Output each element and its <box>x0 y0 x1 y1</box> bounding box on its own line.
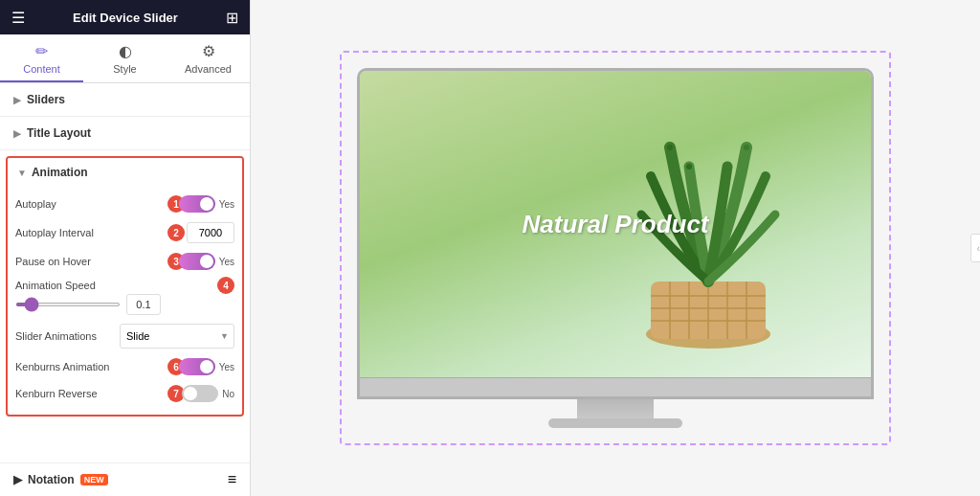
slider-animations-label: Slider Animations <box>15 330 120 342</box>
autoplay-toggle-wrap: Yes <box>177 195 234 213</box>
autoplay-interval-label: Autoplay Interval <box>15 227 187 238</box>
slider-animations-row: Slider Animations 5 Slide Fade Zoom ▼ <box>15 319 234 353</box>
style-tab-icon: ◐ <box>119 42 132 60</box>
title-layout-section-header[interactable]: ▶ Title Layout <box>0 117 250 150</box>
svg-point-12 <box>686 164 692 169</box>
kenburn-reverse-toggle[interactable] <box>182 385 218 402</box>
slider-animations-select-wrap: Slide Fade Zoom ▼ <box>120 324 234 349</box>
advanced-tab-icon: ⚙ <box>202 42 215 60</box>
sliders-label: Sliders <box>27 93 65 106</box>
slide-text: Natural Product <box>522 210 708 239</box>
kenburn-reverse-thumb <box>184 387 197 400</box>
kenburn-reverse-toggle-label: No <box>222 389 234 399</box>
panel-tabs: ✏ Content ◐ Style ⚙ Advanced <box>0 34 250 83</box>
menu-icon[interactable]: ☰ <box>11 9 25 27</box>
kenburns-toggle[interactable] <box>179 358 215 375</box>
monitor-chin <box>360 377 871 396</box>
tab-content-label: Content <box>23 63 60 75</box>
content-tab-icon: ✏ <box>35 42 48 60</box>
tab-style[interactable]: ◐ Style <box>83 34 167 82</box>
notation-list-icon[interactable]: ≡ <box>228 471 236 488</box>
title-layout-arrow: ▶ <box>13 128 21 139</box>
kenburn-reverse-row: Kenburn Reverse 7 No <box>15 380 234 407</box>
notation-label: Notation <box>28 473 75 486</box>
animation-speed-row: Animation Speed 4 0.1 <box>15 275 234 319</box>
pause-hover-label: Pause on Hover <box>15 256 177 267</box>
tab-style-label: Style <box>113 63 136 75</box>
panel-header: ☰ Edit Device Slider ⊞ <box>0 0 250 34</box>
pause-hover-toggle[interactable] <box>179 253 215 270</box>
anim-speed-label-row: Animation Speed 4 <box>15 277 234 294</box>
autoplay-toggle-label: Yes <box>219 199 234 210</box>
pause-hover-toggle-label: Yes <box>219 257 234 267</box>
kenburns-thumb <box>200 360 213 373</box>
grid-icon[interactable]: ⊞ <box>226 9 238 27</box>
animation-arrow: ▼ <box>17 168 27 178</box>
sliders-arrow: ▶ <box>13 95 21 105</box>
animation-speed-badge: 4 <box>217 277 234 294</box>
panel-title: Edit Device Slider <box>73 11 178 25</box>
animation-section: ▼ Animation Autoplay 1 Yes <box>6 156 244 417</box>
monitor-screen: Natural Product <box>360 71 871 377</box>
animation-speed-value: 0.1 <box>126 294 161 315</box>
right-area: Natural Product ‹› <box>251 0 980 496</box>
monitor-stand <box>577 399 654 428</box>
autoplay-row: Autoplay 1 Yes <box>15 191 234 217</box>
left-panel: ☰ Edit Device Slider ⊞ ✏ Content ◐ Style… <box>0 0 251 496</box>
autoplay-interval-badge: 2 <box>167 224 185 241</box>
sliders-section-header[interactable]: ▶ Sliders <box>0 83 250 117</box>
notation-new-badge: NEW <box>80 474 108 485</box>
svg-point-13 <box>724 164 730 169</box>
animation-header[interactable]: ▼ Animation <box>8 158 242 187</box>
animation-speed-label: Animation Speed <box>15 280 217 291</box>
svg-point-10 <box>667 145 673 150</box>
monitor-frame: Natural Product <box>357 68 874 399</box>
kenburn-reverse-toggle-wrap: No <box>177 385 234 402</box>
kenburns-label: Kenburns Animation <box>15 361 177 372</box>
autoplay-label: Autoplay <box>15 198 177 210</box>
plant-bg: Natural Product <box>360 71 871 377</box>
autoplay-interval-input[interactable] <box>187 222 234 243</box>
animation-label: Animation <box>32 166 88 179</box>
monitor-wrap: Natural Product ‹› <box>340 51 891 445</box>
notation-arrow: ▶ <box>13 473 22 486</box>
slider-animations-select[interactable]: Slide Fade Zoom <box>120 324 234 349</box>
autoplay-toggle[interactable] <box>179 195 215 213</box>
pause-hover-thumb <box>200 255 213 268</box>
resize-handle[interactable]: ‹› <box>970 234 980 262</box>
notation-left[interactable]: ▶ Notation NEW <box>13 473 108 486</box>
kenburns-row: Kenburns Animation 6 Yes <box>15 353 234 380</box>
tab-content[interactable]: ✏ Content <box>0 34 83 82</box>
animation-rows: Autoplay 1 Yes Autoplay Interval 2 <box>8 187 242 415</box>
autoplay-thumb <box>200 197 213 211</box>
kenburns-toggle-label: Yes <box>219 362 234 372</box>
tab-advanced[interactable]: ⚙ Advanced <box>167 34 250 82</box>
pause-hover-toggle-wrap: Yes <box>177 253 234 270</box>
animation-speed-slider[interactable] <box>15 303 121 306</box>
title-layout-label: Title Layout <box>27 126 91 140</box>
pause-hover-row: Pause on Hover 3 Yes <box>15 248 234 275</box>
kenburn-reverse-label: Kenburn Reverse <box>15 388 177 399</box>
panel-body: ▶ Sliders ▶ Title Layout ▼ Animation Aut… <box>0 83 250 462</box>
svg-point-11 <box>744 145 749 150</box>
notation-bar: ▶ Notation NEW ≡ <box>0 462 250 496</box>
kenburns-toggle-wrap: Yes <box>177 358 234 375</box>
autoplay-interval-row: Autoplay Interval 2 <box>15 217 234 248</box>
tab-advanced-label: Advanced <box>185 63 232 75</box>
speed-slider-wrap: 0.1 <box>15 294 234 315</box>
